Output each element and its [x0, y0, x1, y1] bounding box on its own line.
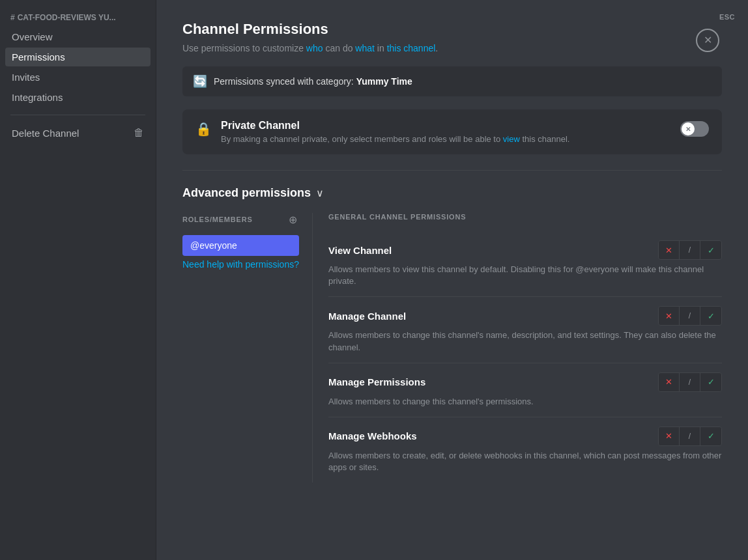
- toggle-x-icon: ✕: [685, 126, 691, 133]
- permission-desc: Allows members to view this channel by d…: [328, 264, 722, 287]
- allow-button[interactable]: ✓: [700, 241, 721, 259]
- allow-button[interactable]: ✓: [700, 427, 721, 445]
- permission-item-view-channel: View Channel ✕ / ✓ Allows members to vie…: [328, 231, 722, 297]
- add-role-button[interactable]: ⊕: [286, 213, 299, 226]
- private-channel-title: Private Channel: [221, 120, 671, 132]
- permissions-list: View Channel ✕ / ✓ Allows members to vie…: [328, 231, 722, 483]
- hash-icon: #: [10, 13, 15, 22]
- channel-name: # CAT-FOOD-REVIEWS YU...: [5, 10, 151, 27]
- delete-channel-item[interactable]: Delete Channel 🗑: [5, 123, 151, 143]
- deny-button[interactable]: ✕: [659, 241, 680, 259]
- close-x-icon: ✕: [704, 35, 712, 46]
- permissions-column: GENERAL CHANNEL PERMISSIONS View Channel…: [326, 213, 722, 483]
- sidebar-item-integrations[interactable]: Integrations: [5, 88, 151, 107]
- help-link[interactable]: Need help with permissions?: [182, 259, 299, 270]
- view-link[interactable]: view: [503, 134, 520, 144]
- main-content: ✕ ESC Channel Permissions Use permission…: [156, 0, 748, 560]
- chevron-down-icon: ∨: [316, 187, 324, 199]
- sidebar-item-invites[interactable]: Invites: [5, 68, 151, 87]
- permission-name: Manage Permissions: [328, 376, 425, 387]
- channel-link[interactable]: this channel: [387, 43, 436, 53]
- page-title: Channel Permissions: [182, 21, 722, 38]
- sidebar-nav: OverviewPermissionsInvitesIntegrations: [5, 27, 151, 107]
- what-link[interactable]: what: [355, 43, 375, 53]
- neutral-button[interactable]: /: [680, 427, 700, 445]
- permission-row: Manage Permissions ✕ / ✓: [328, 372, 722, 392]
- permission-item-manage-webhooks: Manage Webhooks ✕ / ✓ Allows members to …: [328, 417, 722, 483]
- roles-list: @everyone: [182, 235, 299, 256]
- allow-button[interactable]: ✓: [700, 373, 721, 391]
- private-channel-content: Private Channel By making a channel priv…: [221, 120, 671, 144]
- private-channel-toggle[interactable]: ✕: [680, 121, 709, 137]
- advanced-permissions-header[interactable]: Advanced permissions ∨: [182, 186, 722, 200]
- role-item[interactable]: @everyone: [182, 235, 299, 256]
- neutral-button[interactable]: /: [680, 373, 700, 391]
- permission-desc: Allows members to change this channel's …: [328, 329, 722, 353]
- deny-button[interactable]: ✕: [659, 307, 680, 325]
- sync-banner: 🔄 Permissions synced with category: Yumm…: [182, 66, 722, 96]
- permission-row: Manage Webhooks ✕ / ✓: [328, 427, 722, 446]
- section-divider: [182, 170, 722, 171]
- roles-column: ROLES/MEMBERS ⊕ @everyone Need help with…: [182, 213, 313, 483]
- roles-header: ROLES/MEMBERS ⊕: [182, 213, 299, 229]
- close-button-wrapper[interactable]: ✕ ESC: [719, 13, 735, 21]
- permission-buttons: ✕ / ✓: [658, 306, 722, 326]
- permission-buttons: ✕ / ✓: [658, 427, 722, 446]
- sidebar-item-overview[interactable]: Overview: [5, 27, 151, 46]
- toggle-knob: ✕: [682, 122, 695, 135]
- trash-icon: 🗑: [134, 127, 144, 139]
- page-subtitle: Use permissions to customize who can do …: [182, 43, 722, 53]
- sync-icon: 🔄: [193, 74, 207, 89]
- who-link[interactable]: who: [306, 43, 323, 53]
- category-name: Yummy Time: [356, 76, 412, 87]
- permissions-section-header: GENERAL CHANNEL PERMISSIONS: [328, 213, 722, 221]
- private-channel-card: 🔒 Private Channel By making a channel pr…: [182, 109, 722, 154]
- private-channel-desc: By making a channel private, only select…: [221, 134, 671, 144]
- permission-row: Manage Channel ✕ / ✓: [328, 306, 722, 326]
- permission-desc: Allows members to create, edit, or delet…: [328, 450, 722, 473]
- permission-item-manage-permissions: Manage Permissions ✕ / ✓ Allows members …: [328, 363, 722, 417]
- permission-desc: Allows members to change this channel's …: [328, 396, 722, 408]
- permissions-grid: ROLES/MEMBERS ⊕ @everyone Need help with…: [182, 213, 722, 483]
- close-button[interactable]: ✕: [696, 29, 719, 52]
- allow-button[interactable]: ✓: [700, 307, 721, 325]
- sidebar-item-permissions[interactable]: Permissions: [5, 48, 151, 66]
- deny-button[interactable]: ✕: [659, 373, 680, 391]
- esc-label: ESC: [719, 13, 735, 21]
- neutral-button[interactable]: /: [680, 241, 700, 259]
- permission-name: View Channel: [328, 245, 392, 256]
- lock-icon: 🔒: [195, 121, 212, 137]
- deny-button[interactable]: ✕: [659, 427, 680, 445]
- sidebar: # CAT-FOOD-REVIEWS YU... OverviewPermiss…: [0, 0, 156, 560]
- neutral-button[interactable]: /: [680, 307, 700, 325]
- permission-buttons: ✕ / ✓: [658, 240, 722, 260]
- permission-name: Manage Webhooks: [328, 430, 417, 441]
- permission-row: View Channel ✕ / ✓: [328, 240, 722, 260]
- sync-text: Permissions synced with category: Yummy …: [214, 76, 412, 87]
- permission-item-manage-channel: Manage Channel ✕ / ✓ Allows members to c…: [328, 297, 722, 363]
- permission-name: Manage Channel: [328, 311, 406, 322]
- sidebar-divider: [10, 115, 145, 115]
- advanced-permissions-title: Advanced permissions: [182, 186, 311, 200]
- permission-buttons: ✕ / ✓: [658, 372, 722, 392]
